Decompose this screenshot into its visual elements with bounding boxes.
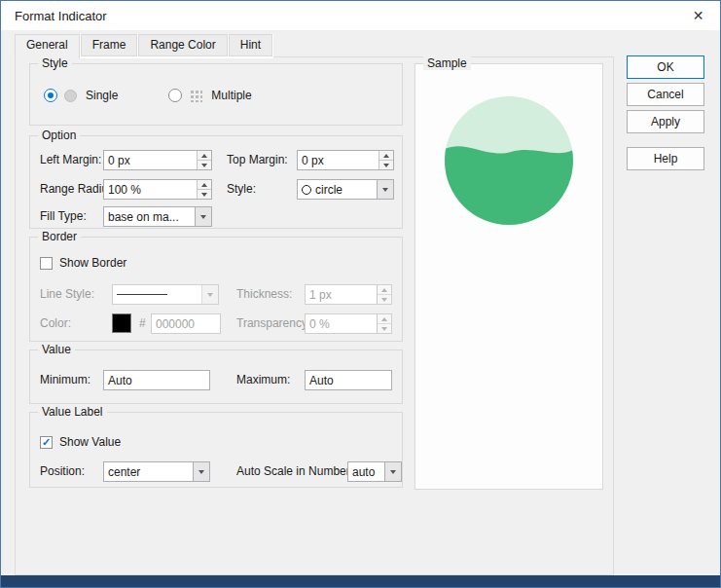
fill-type-label: Fill Type: (40, 206, 87, 227)
title-bar: Format Indicator ✕ (1, 1, 720, 30)
range-radius-spinner[interactable]: 100 % (103, 179, 212, 200)
border-color-swatch[interactable] (112, 313, 131, 333)
auto-scale-arrow-icon[interactable] (384, 462, 401, 481)
cancel-button[interactable]: Cancel (627, 83, 704, 106)
thickness-up-icon[interactable] (378, 285, 391, 295)
tab-range-color[interactable]: Range Color (138, 34, 227, 56)
left-margin-spinner[interactable]: 0 px (103, 150, 212, 170)
show-border-label: Show Border (59, 253, 126, 274)
position-label: Position: (40, 461, 85, 482)
checkmark-icon: ✓ (42, 437, 51, 448)
left-margin-label: Left Margin: (40, 150, 101, 170)
range-radius-up-icon[interactable] (198, 180, 211, 190)
indicator-style-arrow-icon[interactable] (377, 180, 393, 199)
thickness-spinner[interactable]: 1 px (305, 284, 392, 305)
border-color-value: 000000 (152, 314, 220, 333)
minimum-label: Minimum: (40, 370, 90, 390)
show-border-checkbox[interactable] (40, 257, 53, 270)
border-color-label: Color: (40, 313, 71, 334)
fill-type-value: base on ma... (104, 207, 195, 226)
top-margin-value: 0 px (298, 151, 379, 169)
indicator-style-label: Style: (227, 179, 256, 200)
style-options-row: Single Multiple (44, 84, 252, 107)
sample-gauge-graphic (445, 96, 573, 225)
auto-scale-value: auto (348, 462, 384, 481)
single-style-icon (64, 90, 77, 102)
window-title: Format Indicator (15, 9, 107, 23)
option-group-title: Option (38, 129, 80, 142)
range-radius-down-icon[interactable] (198, 190, 211, 199)
maximum-label: Maximum: (236, 370, 290, 390)
sample-group-title: Sample (423, 56, 471, 70)
style-group: Style Single Multiple (29, 63, 403, 126)
border-group-title: Border (38, 230, 81, 243)
value-group-title: Value (38, 343, 75, 356)
tab-general[interactable]: General (15, 34, 80, 58)
single-radio-label: Single (86, 89, 118, 102)
line-style-dropdown[interactable] (112, 284, 219, 305)
top-margin-down-icon[interactable] (379, 161, 393, 169)
range-radius-value: 100 % (104, 180, 197, 199)
single-radio[interactable] (44, 89, 57, 102)
style-group-title: Style (38, 56, 72, 70)
auto-scale-dropdown[interactable]: auto (347, 461, 402, 482)
border-group: Border Show Border Line Style: Thickness… (29, 237, 403, 342)
maximum-input[interactable]: Auto (305, 370, 392, 390)
top-margin-spinner[interactable]: 0 px (297, 150, 394, 170)
minimum-value: Auto (104, 371, 209, 389)
thickness-down-icon[interactable] (378, 295, 391, 304)
help-button[interactable]: Help (627, 147, 704, 170)
multiple-radio[interactable] (168, 89, 182, 102)
format-indicator-dialog: Format Indicator ✕ General Frame Range C… (0, 0, 721, 588)
top-margin-label: Top Margin: (227, 150, 288, 170)
option-group: Option Left Margin: 0 px Top Margin: 0 p… (29, 135, 403, 229)
position-dropdown[interactable]: center (103, 461, 210, 482)
indicator-style-dropdown[interactable]: circle (297, 179, 394, 200)
position-value: center (104, 462, 193, 481)
transparency-spinner[interactable]: 0 % (305, 313, 392, 334)
minimum-input[interactable]: Auto (103, 370, 210, 390)
sample-indicator-preview (445, 96, 573, 225)
show-value-label: Show Value (59, 432, 121, 453)
value-label-group-title: Value Label (38, 405, 107, 419)
line-style-arrow-icon[interactable] (201, 285, 218, 304)
general-tab-panel: Style Single Multiple Option Left Margin… (15, 56, 614, 575)
thickness-value: 1 px (306, 285, 377, 304)
maximum-value: Auto (306, 371, 391, 389)
fill-type-dropdown[interactable]: base on ma... (103, 206, 212, 227)
ok-button[interactable]: OK (627, 55, 704, 79)
top-margin-up-icon[interactable] (379, 151, 393, 161)
close-button[interactable]: ✕ (676, 1, 720, 30)
multiple-style-icon (189, 89, 202, 102)
left-margin-down-icon[interactable] (198, 161, 211, 169)
solid-line-icon (117, 294, 167, 295)
transparency-value: 0 % (306, 314, 377, 333)
value-label-group: Value Label ✓ Show Value Position: cente… (29, 412, 403, 488)
position-arrow-icon[interactable] (193, 462, 209, 481)
circle-shape-icon (302, 185, 311, 195)
tab-hint[interactable]: Hint (229, 34, 272, 56)
indicator-style-value: circle (315, 183, 342, 197)
border-color-input[interactable]: 000000 (151, 313, 221, 334)
transparency-down-icon[interactable] (378, 324, 391, 333)
thickness-label: Thickness: (236, 284, 292, 305)
tab-bar: General Frame Range Color Hint (15, 34, 273, 58)
left-margin-up-icon[interactable] (198, 151, 211, 161)
close-icon: ✕ (693, 8, 704, 23)
fill-type-arrow-icon[interactable] (195, 207, 211, 226)
tab-frame[interactable]: Frame (81, 34, 138, 56)
transparency-label: Transparency: (236, 313, 310, 334)
left-margin-value: 0 px (104, 151, 197, 169)
border-color-hash: # (139, 313, 146, 334)
sample-group: Sample (415, 63, 603, 490)
show-value-checkbox[interactable]: ✓ (40, 436, 53, 449)
window-bottom-edge (1, 575, 720, 587)
transparency-up-icon[interactable] (378, 314, 391, 324)
apply-button[interactable]: Apply (627, 110, 704, 133)
auto-scale-label: Auto Scale in Number: (236, 461, 353, 482)
value-group: Value Minimum: Auto Maximum: Auto (29, 349, 403, 404)
multiple-radio-label: Multiple (211, 89, 251, 102)
line-style-label: Line Style: (40, 284, 94, 305)
